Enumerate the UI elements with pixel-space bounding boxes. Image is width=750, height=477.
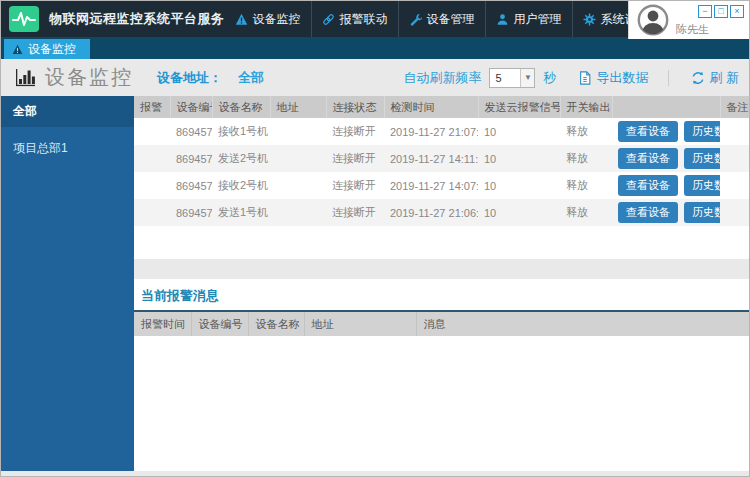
device-row: 8694570 发送1号机 连接断开 2019-11-27 21:06:30 1… — [134, 199, 750, 226]
nav-alarm-linkage[interactable]: 报警联动 — [311, 1, 398, 37]
maximize-button[interactable]: □ — [714, 5, 728, 18]
nav-label: 设备监控 — [253, 11, 301, 28]
col-device-code: 设备编号 — [170, 96, 212, 118]
col-device-name: 设备名称 — [212, 96, 270, 118]
close-button[interactable]: × — [730, 5, 744, 18]
cell-signal: 10 — [478, 145, 560, 172]
device-address-value[interactable]: 全部 — [238, 69, 264, 87]
sidebar-item-all[interactable]: 全部 — [1, 96, 134, 127]
refresh-icon — [691, 71, 705, 85]
sidebar: 全部 项目总部1 — [1, 96, 134, 471]
view-device-button[interactable]: 查看设备 — [618, 148, 678, 169]
cell-remark — [720, 145, 750, 172]
tab-label: 设备监控 — [28, 41, 76, 58]
nav-label: 设备管理 — [427, 11, 475, 28]
app-window: 物联网远程监控系统平台服务 设备监控 报警联动 设备管理 用户管理 系统设置 — [0, 0, 750, 477]
cell-alarm — [134, 145, 170, 172]
col-device-name: 设备名称 — [248, 312, 304, 336]
pulse-logo-icon — [9, 6, 39, 32]
col-connection-status: 连接状态 — [326, 96, 384, 118]
nav-label: 用户管理 — [514, 11, 562, 28]
export-icon — [578, 71, 592, 85]
col-switch-output: 开关输出 — [560, 96, 612, 118]
refresh-unit-label: 秒 — [543, 69, 556, 87]
device-table-header-row: 报警 设备编号 设备名称 地址 连接状态 检测时间 发送云报警信号 开关输出 备… — [134, 96, 750, 118]
refresh-rate-value: 5 — [490, 69, 520, 87]
sidebar-item-project-hq1[interactable]: 项目总部1 — [1, 133, 134, 164]
cell-switch-state: 释放 — [560, 145, 612, 172]
col-address: 地址 — [270, 96, 326, 118]
view-device-button[interactable]: 查看设备 — [618, 121, 678, 142]
view-device-button[interactable]: 查看设备 — [618, 202, 678, 223]
cell-detect-time: 2019-11-27 14:07:58 — [384, 172, 478, 199]
cell-signal: 10 — [478, 118, 560, 145]
cell-device-name: 发送1号机 — [212, 199, 270, 226]
cell-switch-state: 释放 — [560, 199, 612, 226]
toolbar-divider — [668, 70, 669, 86]
cell-status: 连接断开 — [326, 118, 384, 145]
cell-address — [270, 145, 326, 172]
col-detect-time: 检测时间 — [384, 96, 478, 118]
device-row: 8694570 接收1号机 连接断开 2019-11-27 21:07:55 1… — [134, 118, 750, 145]
export-data-button[interactable]: 导出数据 — [578, 69, 648, 87]
alarm-messages-panel: 当前报警消息 报警时间 设备编号 设备名称 地址 消息 — [134, 279, 750, 471]
col-message: 消息 — [416, 312, 750, 336]
tab-device-monitor[interactable]: 设备监控 — [4, 39, 90, 59]
col-cloud-alarm-signal: 发送云报警信号 — [478, 96, 560, 118]
device-address-label: 设备地址： — [157, 69, 222, 87]
cell-remark — [720, 118, 750, 145]
history-data-button[interactable]: 历史数据 — [684, 175, 720, 196]
auto-refresh-label: 自动刷新频率 — [403, 69, 481, 87]
history-data-button[interactable]: 历史数据 — [684, 148, 720, 169]
toolbar-right: 自动刷新频率 5 ▼ 秒 导出数据 刷 新 — [403, 68, 739, 88]
avatar[interactable] — [636, 3, 670, 37]
bar-chart-icon — [15, 67, 36, 88]
user-icon — [496, 13, 509, 26]
link-icon — [322, 13, 335, 26]
user-name: 陈先生 — [676, 22, 709, 37]
cell-switch-state: 释放 — [560, 172, 612, 199]
cell-remark — [720, 172, 750, 199]
user-panel: − □ × 陈先生 — [628, 1, 749, 39]
app-title: 物联网远程监控系统平台服务 — [49, 10, 225, 28]
cell-detect-time: 2019-11-27 21:07:55 — [384, 118, 478, 145]
dropdown-arrow-icon: ▼ — [520, 69, 534, 87]
col-alarm: 报警 — [134, 96, 170, 118]
minimize-button[interactable]: − — [698, 5, 712, 18]
nav-device-monitor[interactable]: 设备监控 — [225, 1, 311, 37]
history-data-button[interactable]: 历史数据 — [684, 202, 720, 223]
nav-device-manage[interactable]: 设备管理 — [398, 1, 485, 37]
cell-status: 连接断开 — [326, 145, 384, 172]
cell-actions: 查看设备历史数据 — [612, 199, 720, 226]
history-data-button[interactable]: 历史数据 — [684, 121, 720, 142]
cell-detect-time: 2019-11-27 14:11:12 — [384, 145, 478, 172]
export-label: 导出数据 — [596, 69, 648, 87]
cell-actions: 查看设备历史数据 — [612, 172, 720, 199]
view-device-button[interactable]: 查看设备 — [618, 175, 678, 196]
nav-user-manage[interactable]: 用户管理 — [485, 1, 572, 37]
refresh-rate-select[interactable]: 5 ▼ — [489, 68, 535, 88]
alarm-table: 报警时间 设备编号 设备名称 地址 消息 — [134, 312, 750, 336]
cell-device-code: 8694570 — [170, 145, 212, 172]
col-alarm-time: 报警时间 — [134, 312, 191, 336]
alarm-section-title: 当前报警消息 — [134, 279, 750, 310]
alarm-table-header-row: 报警时间 设备编号 设备名称 地址 消息 — [134, 312, 750, 336]
nav-label: 报警联动 — [340, 11, 388, 28]
window-controls: − □ × — [698, 5, 744, 18]
device-row: 8694570 接收2号机 连接断开 2019-11-27 14:07:58 1… — [134, 172, 750, 199]
device-row: 8694570 发送2号机 连接断开 2019-11-27 14:11:12 1… — [134, 145, 750, 172]
cell-actions: 查看设备历史数据 — [612, 118, 720, 145]
col-actions — [612, 96, 720, 118]
col-address: 地址 — [304, 312, 416, 336]
refresh-label: 刷 新 — [709, 69, 739, 87]
cell-device-code: 8694570 — [170, 118, 212, 145]
wrench-icon — [409, 13, 422, 26]
col-remark: 备注 — [720, 96, 750, 118]
cell-device-code: 8694570 — [170, 172, 212, 199]
cell-alarm — [134, 118, 170, 145]
refresh-button[interactable]: 刷 新 — [691, 69, 739, 87]
cell-device-name: 接收2号机 — [212, 172, 270, 199]
device-table: 报警 设备编号 设备名称 地址 连接状态 检测时间 发送云报警信号 开关输出 备… — [134, 96, 750, 226]
cell-status: 连接断开 — [326, 199, 384, 226]
cell-device-code: 8694570 — [170, 199, 212, 226]
